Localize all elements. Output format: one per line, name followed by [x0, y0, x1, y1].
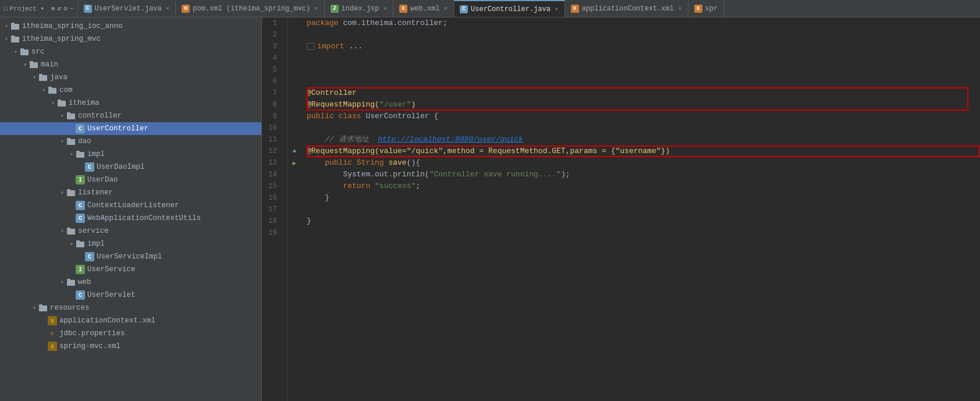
- tree-item-16[interactable]: ▾service: [0, 225, 261, 237]
- tree-item-11[interactable]: CUserDaoImpl: [0, 161, 261, 173]
- code-line-10: [307, 122, 980, 134]
- tree-item-23[interactable]: xapplicationContext.xml: [0, 314, 261, 327]
- code-container[interactable]: 12345678910111213141516171819 ●▶ package…: [262, 17, 980, 401]
- tab-icon-spring: x: [694, 5, 702, 13]
- tree-item-20[interactable]: ▾web: [0, 276, 261, 289]
- nav-icon[interactable]: ⊕: [51, 5, 55, 12]
- tree-item-25[interactable]: xspring-mvc.xml: [0, 340, 261, 353]
- tree-icon-1: [10, 34, 20, 44]
- tab-close-webxml[interactable]: ×: [443, 5, 448, 12]
- tree-item-5[interactable]: ▾com: [0, 84, 261, 97]
- tab-pom[interactable]: mpom.xml (itheima_spring_mvc)×: [176, 0, 324, 17]
- tree-item-7[interactable]: ▾controller: [0, 109, 261, 122]
- tree-item-4[interactable]: ▾java: [0, 71, 261, 84]
- tree-item-19[interactable]: IUserService: [0, 263, 261, 276]
- token-ann: @Controller: [307, 87, 357, 99]
- tree-item-15[interactable]: CWebApplicationContextUtils: [0, 212, 261, 225]
- svg-rect-27: [67, 279, 70, 281]
- tab-close-userservlet[interactable]: ×: [166, 5, 170, 12]
- debug-icon[interactable]: ●: [293, 148, 297, 155]
- tree-item-12[interactable]: IUserDao: [0, 173, 261, 186]
- tree-item-2[interactable]: ▾src: [0, 45, 261, 58]
- tree-label-12: UserDao: [87, 176, 118, 184]
- code-line-15: return "success";: [307, 180, 980, 192]
- tree-item-22[interactable]: ▾resources: [0, 301, 261, 314]
- tab-usercontroller[interactable]: CUserController.java×: [454, 0, 564, 17]
- tree-item-18[interactable]: CUserServiceImpl: [0, 250, 261, 263]
- gutter-cell-12[interactable]: ●: [288, 146, 301, 157]
- tab-webxml[interactable]: xweb.xml×: [393, 0, 454, 17]
- code-content[interactable]: package com.itheima.controller;import ..…: [301, 17, 980, 401]
- gutter-cell-18: [288, 215, 301, 227]
- code-line-1: package com.itheima.controller;: [307, 17, 980, 29]
- tree-item-14[interactable]: CContextLoaderListener: [0, 199, 261, 212]
- run-icon[interactable]: ▶: [292, 159, 296, 168]
- svg-rect-26: [67, 280, 75, 286]
- tree-item-17[interactable]: ▾impl: [0, 237, 261, 250]
- tree-icon-2: [20, 47, 29, 56]
- tab-close-indexjsp[interactable]: ×: [383, 5, 387, 12]
- tab-icon-appcontext: x: [571, 5, 579, 13]
- svg-rect-3: [11, 36, 15, 37]
- tree-item-13[interactable]: ▾listener: [0, 186, 261, 199]
- code-line-9: public class UserController {: [307, 111, 980, 122]
- token-method-name: save: [388, 157, 406, 169]
- tree-item-0[interactable]: ▾itheima_spring_ioc_anno: [0, 20, 261, 33]
- code-line-14: System.out.println("Controller save runn…: [307, 169, 980, 180]
- tree-arrow-5: ▾: [40, 87, 48, 94]
- tree-arrow-7: ▾: [58, 112, 66, 119]
- tree-item-1[interactable]: ▾itheima_spring_mvc: [0, 33, 261, 45]
- line-numbers: 12345678910111213141516171819: [262, 17, 288, 401]
- svg-rect-10: [48, 88, 56, 94]
- split-icon[interactable]: ⇄: [58, 5, 62, 12]
- svg-rect-22: [67, 229, 75, 235]
- svg-rect-1: [11, 23, 15, 24]
- line-num-7: 7: [262, 87, 282, 99]
- gutter-cell-1: [288, 17, 301, 29]
- tree-label-11: UserDaoImpl: [97, 163, 145, 171]
- tab-close-usercontroller[interactable]: ×: [555, 6, 559, 13]
- tab-indexjsp[interactable]: Jindex.jsp×: [325, 0, 393, 17]
- svg-rect-15: [67, 112, 70, 114]
- tree-icon-15: C: [76, 214, 85, 223]
- collapse-marker[interactable]: [307, 43, 315, 50]
- gutter-cell-13[interactable]: ▶: [288, 157, 301, 169]
- token-kw: import: [317, 41, 349, 52]
- gutter-cell-16: [288, 192, 301, 204]
- line-num-2: 2: [262, 29, 282, 41]
- tree-item-3[interactable]: ▾main: [0, 58, 261, 71]
- tab-appcontext[interactable]: xapplicationContext.xml×: [565, 0, 688, 17]
- tab-spring[interactable]: xspr: [688, 0, 725, 17]
- tree-item-6[interactable]: ▾itheima: [0, 97, 261, 109]
- tree-item-10[interactable]: ▾impl: [0, 148, 261, 161]
- code-line-18: }: [307, 215, 980, 227]
- token-normal: (){: [407, 157, 420, 169]
- tab-icon-userservlet: C: [84, 5, 92, 13]
- line-gutter: ●▶: [288, 17, 301, 401]
- tree-label-2: src: [31, 48, 45, 56]
- tree-icon-22: [38, 303, 48, 313]
- tab-close-appcontext[interactable]: ×: [678, 5, 682, 12]
- gutter-cell-10: [288, 122, 301, 134]
- line-num-16: 16: [262, 192, 282, 204]
- tab-close-pom[interactable]: ×: [314, 5, 318, 12]
- tab-userservlet[interactable]: CUserServlet.java×: [78, 0, 176, 17]
- gear-icon[interactable]: ⚙: [63, 5, 68, 12]
- svg-rect-20: [67, 190, 75, 196]
- minus-icon[interactable]: −: [70, 5, 74, 12]
- tree-icon-13: [66, 188, 76, 197]
- tree-label-3: main: [41, 61, 58, 69]
- tab-label-spring: spr: [705, 5, 718, 13]
- svg-rect-0: [11, 24, 19, 30]
- tree-icon-4: [38, 73, 48, 82]
- tree-icon-11: C: [85, 162, 94, 172]
- tree-item-9[interactable]: ▾dao: [0, 135, 261, 148]
- line-num-4: 4: [262, 52, 282, 64]
- tree-arrow-1: ▾: [2, 36, 10, 42]
- tree-item-8[interactable]: CUserController: [0, 122, 261, 135]
- code-line-16: }: [307, 192, 980, 204]
- code-line-17: [307, 204, 980, 215]
- tree-item-24[interactable]: ≡jdbc.properties: [0, 327, 261, 340]
- tree-item-21[interactable]: CUserServlet: [0, 289, 261, 301]
- line-num-17: 17: [262, 204, 282, 215]
